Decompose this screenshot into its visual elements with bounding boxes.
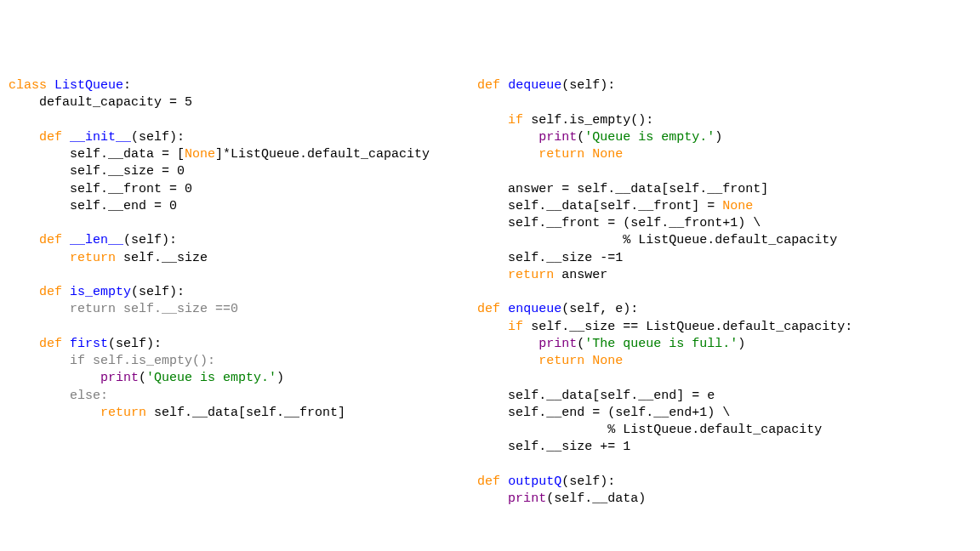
code-line: self.__size ==0	[116, 302, 238, 316]
fn-dequeue: dequeue	[500, 78, 561, 93]
code-line: self.__end = 0	[9, 199, 177, 213]
fn-print: print	[447, 130, 577, 145]
params: (self):	[108, 337, 162, 351]
right-column: def dequeue(self): if self.is_empty(): p…	[447, 77, 852, 508]
kw-none: None	[584, 147, 623, 162]
fn-print: print	[447, 337, 577, 351]
code-container: class ListQueue: default_capacity = 5 de…	[9, 77, 971, 508]
kw-else: else	[9, 389, 100, 403]
kw-if: if	[447, 113, 523, 128]
kw-def: def	[447, 474, 500, 489]
kw-return: return	[9, 302, 116, 316]
paren: (	[577, 337, 584, 351]
kw-if: if	[9, 354, 85, 368]
code-line: self.is_empty():	[523, 113, 653, 128]
code-line: self.__data[self.__front]	[146, 406, 345, 420]
kw-def: def	[9, 233, 62, 247]
kw-def: def	[9, 337, 62, 351]
fn-isempty: is_empty	[62, 285, 131, 299]
code-line: self.__data = [	[9, 147, 185, 162]
left-column: class ListQueue: default_capacity = 5 de…	[9, 77, 430, 508]
kw-none: None	[584, 354, 623, 368]
code-line: self.__size	[116, 251, 208, 265]
code-line: self.__front = 0	[9, 182, 192, 196]
string-literal: 'Queue is empty.'	[146, 371, 276, 385]
string-literal: 'The queue is full.'	[584, 337, 738, 351]
fn-print: print	[447, 491, 546, 506]
fn-enqueue: enqueue	[500, 302, 561, 316]
string-literal: 'Queue is empty.'	[584, 130, 715, 145]
code-line: self.is_empty():	[85, 354, 215, 368]
fn-print: print	[9, 371, 139, 385]
paren: (	[139, 371, 146, 385]
fn-first: first	[62, 337, 108, 351]
kw-return: return	[9, 406, 146, 420]
params: (self):	[131, 130, 185, 145]
code-line: self.__end = (self.__end+1) \	[447, 406, 730, 420]
code-line: self.__data[self.__front] =	[447, 199, 722, 213]
kw-class: class	[9, 78, 47, 93]
code-line: (self.__data)	[546, 491, 646, 506]
kw-return: return	[447, 268, 554, 282]
kw-def: def	[9, 130, 62, 145]
params: (self):	[123, 233, 177, 247]
code-line: self.__size == ListQueue.default_capacit…	[523, 320, 852, 334]
paren: )	[715, 130, 722, 145]
kw-none: None	[185, 147, 215, 162]
paren: )	[276, 371, 284, 385]
params: (self):	[561, 78, 615, 93]
params: (self):	[561, 474, 615, 489]
code-line: self.__size = 0	[9, 164, 185, 179]
code-line: self.__size += 1	[447, 440, 630, 454]
class-name: ListQueue	[54, 78, 123, 93]
fn-init: __init__	[62, 130, 131, 145]
code-line: answer	[554, 268, 607, 282]
kw-def: def	[447, 78, 500, 93]
paren: (	[577, 130, 584, 145]
code-line: answer = self.__data[self.__front]	[447, 182, 768, 196]
code-line: % ListQueue.default_capacity	[447, 233, 837, 247]
fn-outputq: outputQ	[500, 474, 561, 489]
colon: :	[100, 389, 108, 403]
params: (self):	[131, 285, 185, 299]
kw-none: None	[722, 199, 753, 213]
code-line: self.__front = (self.__front+1) \	[447, 216, 761, 230]
kw-return: return	[447, 354, 584, 368]
code-line: default_capacity = 5	[9, 95, 192, 110]
colon: :	[123, 78, 131, 93]
code-line: % ListQueue.default_capacity	[447, 423, 822, 437]
kw-if: if	[447, 320, 523, 334]
params: (self, e):	[561, 302, 638, 316]
fn-len: __len__	[62, 233, 123, 247]
code-line: ]*ListQueue.default_capacity	[215, 147, 430, 162]
code-line: self.__size -=1	[447, 251, 623, 265]
kw-def: def	[447, 302, 500, 316]
code-line: self.__data[self.__end] = e	[447, 389, 715, 403]
kw-return: return	[9, 251, 116, 265]
kw-def: def	[9, 285, 62, 299]
kw-return: return	[447, 147, 584, 162]
paren: )	[738, 337, 745, 351]
